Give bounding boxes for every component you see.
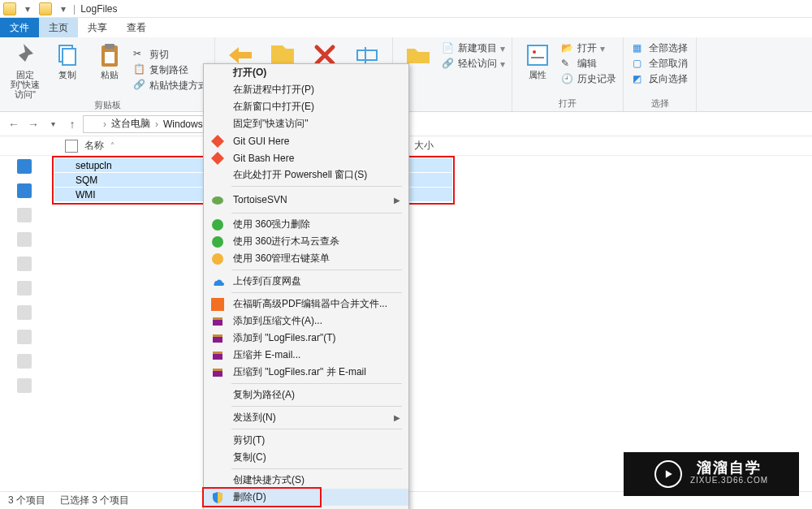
sidebar-icon[interactable] bbox=[17, 183, 32, 198]
play-icon bbox=[654, 460, 682, 488]
ctx-rename[interactable]: 重命名(M) bbox=[204, 506, 408, 509]
svg-rect-14 bbox=[211, 298, 224, 311]
ctx-copy-as-path[interactable]: 复制为路径(A) bbox=[204, 386, 408, 403]
edit-icon: ✎ bbox=[561, 58, 574, 71]
properties-button[interactable]: 属性 bbox=[519, 41, 556, 87]
ribbon-tabs: 文件 主页 共享 查看 bbox=[0, 18, 812, 37]
sidebar-icon[interactable] bbox=[17, 305, 32, 320]
nav-forward-button[interactable]: → bbox=[24, 115, 42, 133]
column-size[interactable]: 大小 bbox=[406, 139, 442, 153]
shortcut-icon: 🔗 bbox=[133, 79, 146, 92]
ribbon-group-clipboard: 固定到"快速访问" 复制 粘贴 ✂剪切 📋复制路径 🔗粘贴快捷方式 剪贴板 bbox=[0, 37, 215, 111]
ctx-separator bbox=[231, 468, 402, 469]
ribbon-group-select: ▦全部选择 ▢全部取消 ◩反向选择 选择 bbox=[624, 37, 697, 111]
tab-home[interactable]: 主页 bbox=[39, 18, 78, 37]
shield-icon bbox=[210, 490, 225, 505]
tab-view[interactable]: 查看 bbox=[117, 18, 156, 37]
ctx-create-shortcut[interactable]: 创建快捷方式(S) bbox=[204, 472, 408, 489]
360-icon bbox=[210, 235, 225, 249]
group-label-clipboard: 剪贴板 bbox=[94, 99, 121, 111]
file-list-area[interactable]: setupcln SQM WMI bbox=[49, 156, 812, 491]
ctx-360-menu[interactable]: 使用 360管理右键菜单 bbox=[204, 250, 408, 267]
qat-down-icon[interactable]: ▾ bbox=[21, 2, 34, 15]
ctx-separator bbox=[231, 429, 402, 429]
ctx-open[interactable]: 打开(O) bbox=[204, 64, 408, 81]
history-button[interactable]: 🕘历史记录 bbox=[561, 72, 616, 86]
ctx-360-scan[interactable]: 使用 360进行木马云查杀 bbox=[204, 233, 408, 250]
paste-button[interactable]: 粘贴 bbox=[91, 41, 128, 99]
group-label-new bbox=[451, 100, 453, 110]
tab-file[interactable]: 文件 bbox=[0, 18, 39, 37]
nav-recent-button[interactable]: ▾ bbox=[44, 115, 62, 133]
pin-quickaccess-button[interactable]: 固定到"快速访问" bbox=[6, 41, 44, 99]
easy-access-button[interactable]: 🔗轻松访问▾ bbox=[442, 57, 505, 71]
svg-point-11 bbox=[212, 219, 223, 231]
properties-icon bbox=[525, 42, 551, 68]
watermark: 溜溜自学 ZIXUE.3D66.COM bbox=[624, 452, 799, 496]
svg-point-8 bbox=[533, 50, 536, 54]
nav-pane[interactable] bbox=[0, 156, 49, 491]
status-count: 3 个项目 bbox=[8, 494, 45, 507]
nav-up-button[interactable]: ↑ bbox=[63, 115, 81, 133]
title-bar: ▾ ▾ | LogFiles bbox=[0, 0, 812, 18]
ctx-separator bbox=[231, 383, 402, 384]
new-item-button[interactable]: 📄新建项目▾ bbox=[442, 41, 505, 55]
ctx-send-to[interactable]: 发送到(N)▶ bbox=[204, 409, 408, 426]
sidebar-icon[interactable] bbox=[17, 354, 32, 369]
svg-rect-4 bbox=[105, 52, 114, 63]
sidebar-icon[interactable] bbox=[17, 208, 32, 222]
ctx-cut[interactable]: 剪切(T) bbox=[204, 432, 408, 449]
ctx-rar-email[interactable]: 压缩并 E-mail... bbox=[204, 347, 408, 364]
sidebar-icon[interactable] bbox=[17, 378, 32, 393]
tab-share[interactable]: 共享 bbox=[78, 18, 117, 37]
select-none-button[interactable]: ▢全部取消 bbox=[633, 57, 688, 71]
ctx-delete[interactable]: 删除(D) bbox=[204, 489, 408, 506]
sidebar-icon[interactable] bbox=[17, 257, 32, 271]
copy-button[interactable]: 复制 bbox=[49, 41, 86, 99]
breadcrumb-item[interactable]: Windows ( bbox=[163, 119, 209, 130]
foxit-icon bbox=[210, 297, 225, 312]
ctx-tortoisesvn[interactable]: TortoiseSVN▶ bbox=[204, 189, 408, 210]
ctx-baidu-upload[interactable]: 上传到百度网盘 bbox=[204, 273, 408, 290]
invert-icon: ◩ bbox=[633, 73, 646, 86]
360-icon bbox=[210, 252, 225, 266]
ctx-separator bbox=[231, 186, 402, 187]
folder-icon bbox=[59, 160, 71, 171]
ctx-git-gui[interactable]: Git GUI Here bbox=[204, 132, 408, 149]
nav-back-button[interactable]: ← bbox=[5, 115, 23, 133]
ctx-rar-addlog[interactable]: 添加到 "LogFiles.rar"(T) bbox=[204, 330, 408, 347]
ctx-rar-emaillog[interactable]: 压缩到 "LogFiles.rar" 并 E-mail bbox=[204, 364, 408, 381]
edit-button[interactable]: ✎编辑 bbox=[561, 57, 616, 71]
ctx-360-delete[interactable]: 使用 360强力删除 bbox=[204, 216, 408, 233]
chevron-right-icon: › bbox=[155, 119, 158, 130]
folder-icon bbox=[3, 2, 16, 15]
breadcrumb-item[interactable]: 这台电脑 bbox=[111, 117, 150, 131]
new-item-icon: 📄 bbox=[442, 42, 455, 55]
ctx-copy[interactable]: 复制(C) bbox=[204, 449, 408, 466]
paste-icon bbox=[97, 42, 123, 68]
cut-button[interactable]: ✂剪切 bbox=[133, 48, 208, 62]
svg-rect-3 bbox=[105, 44, 114, 49]
copy-path-button[interactable]: 📋复制路径 bbox=[133, 63, 208, 77]
ctx-open-new-process[interactable]: 在新进程中打开(P) bbox=[204, 81, 408, 98]
ctx-foxit-merge[interactable]: 在福昕高级PDF编辑器中合并文件... bbox=[204, 295, 408, 313]
ctx-rar-add[interactable]: 添加到压缩文件(A)... bbox=[204, 313, 408, 330]
ctx-powershell[interactable]: 在此处打开 Powershell 窗口(S) bbox=[204, 166, 408, 183]
ctx-open-new-window[interactable]: 在新窗口中打开(E) bbox=[204, 98, 408, 115]
sidebar-icon[interactable] bbox=[17, 281, 32, 295]
select-all-button[interactable]: ▦全部选择 bbox=[633, 41, 688, 55]
paste-shortcut-button[interactable]: 🔗粘贴快捷方式 bbox=[133, 79, 208, 93]
sidebar-icon[interactable] bbox=[17, 232, 32, 247]
ribbon-group-open: 属性 📂打开▾ ✎编辑 🕘历史记录 打开 bbox=[512, 37, 624, 111]
column-name[interactable]: 名称 ˄ bbox=[57, 139, 195, 153]
select-all-checkbox[interactable] bbox=[65, 140, 78, 153]
qat-overflow-icon[interactable]: ▾ bbox=[57, 2, 70, 15]
ctx-pin-quick[interactable]: 固定到"快速访问" bbox=[204, 115, 408, 132]
address-box[interactable]: › 这台电脑 › Windows ( bbox=[83, 115, 213, 133]
open-button[interactable]: 📂打开▾ bbox=[561, 41, 616, 55]
sidebar-icon[interactable] bbox=[17, 330, 32, 344]
invert-selection-button[interactable]: ◩反向选择 bbox=[633, 72, 688, 86]
ctx-git-bash[interactable]: Git Bash Here bbox=[204, 149, 408, 166]
360-icon bbox=[210, 218, 225, 232]
sidebar-icon[interactable] bbox=[17, 159, 32, 174]
